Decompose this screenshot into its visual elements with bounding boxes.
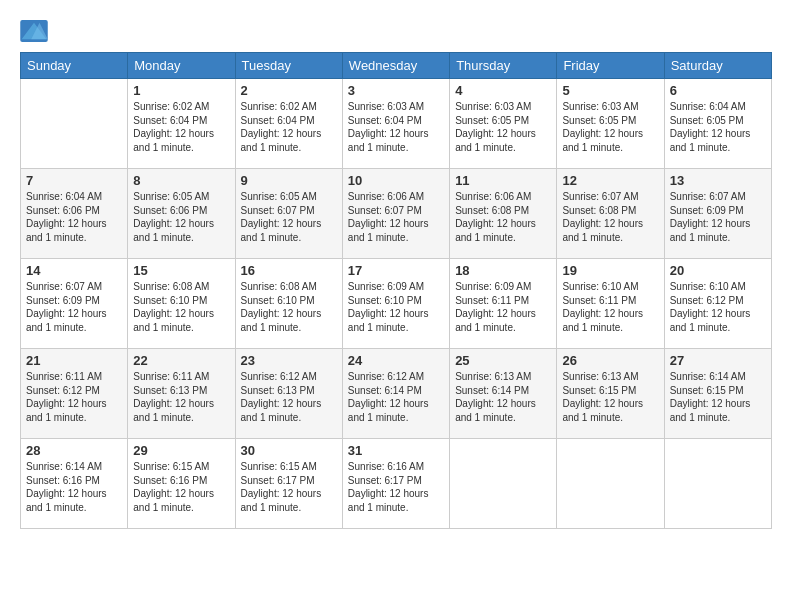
sunset-text: Sunset: 6:04 PM: [241, 115, 315, 126]
sunset-text: Sunset: 6:05 PM: [455, 115, 529, 126]
daylight-text: Daylight: 12 hours and 1 minute.: [133, 128, 214, 153]
daylight-text: Daylight: 12 hours and 1 minute.: [26, 398, 107, 423]
sunrise-text: Sunrise: 6:03 AM: [348, 101, 424, 112]
day-number: 24: [348, 353, 444, 368]
sunset-text: Sunset: 6:16 PM: [26, 475, 100, 486]
daylight-text: Daylight: 12 hours and 1 minute.: [133, 218, 214, 243]
day-number: 16: [241, 263, 337, 278]
day-number: 29: [133, 443, 229, 458]
daylight-text: Daylight: 12 hours and 1 minute.: [133, 308, 214, 333]
sunset-text: Sunset: 6:04 PM: [348, 115, 422, 126]
day-number: 6: [670, 83, 766, 98]
sunrise-text: Sunrise: 6:08 AM: [241, 281, 317, 292]
calendar-cell: 16Sunrise: 6:08 AMSunset: 6:10 PMDayligh…: [235, 259, 342, 349]
sunrise-text: Sunrise: 6:10 AM: [562, 281, 638, 292]
sunset-text: Sunset: 6:07 PM: [348, 205, 422, 216]
header-sunday: Sunday: [21, 53, 128, 79]
daylight-text: Daylight: 12 hours and 1 minute.: [562, 218, 643, 243]
calendar-week-5: 28Sunrise: 6:14 AMSunset: 6:16 PMDayligh…: [21, 439, 772, 529]
sunset-text: Sunset: 6:13 PM: [133, 385, 207, 396]
cell-info: Sunrise: 6:12 AMSunset: 6:14 PMDaylight:…: [348, 370, 444, 424]
sunrise-text: Sunrise: 6:07 AM: [562, 191, 638, 202]
calendar-cell: 24Sunrise: 6:12 AMSunset: 6:14 PMDayligh…: [342, 349, 449, 439]
sunrise-text: Sunrise: 6:06 AM: [455, 191, 531, 202]
sunrise-text: Sunrise: 6:12 AM: [348, 371, 424, 382]
daylight-text: Daylight: 12 hours and 1 minute.: [455, 398, 536, 423]
daylight-text: Daylight: 12 hours and 1 minute.: [670, 398, 751, 423]
cell-info: Sunrise: 6:13 AMSunset: 6:15 PMDaylight:…: [562, 370, 658, 424]
cell-info: Sunrise: 6:15 AMSunset: 6:17 PMDaylight:…: [241, 460, 337, 514]
sunset-text: Sunset: 6:06 PM: [26, 205, 100, 216]
day-number: 26: [562, 353, 658, 368]
calendar-cell: [557, 439, 664, 529]
day-number: 10: [348, 173, 444, 188]
sunset-text: Sunset: 6:11 PM: [455, 295, 529, 306]
daylight-text: Daylight: 12 hours and 1 minute.: [133, 398, 214, 423]
calendar-cell: 27Sunrise: 6:14 AMSunset: 6:15 PMDayligh…: [664, 349, 771, 439]
sunrise-text: Sunrise: 6:12 AM: [241, 371, 317, 382]
cell-info: Sunrise: 6:02 AMSunset: 6:04 PMDaylight:…: [133, 100, 229, 154]
daylight-text: Daylight: 12 hours and 1 minute.: [455, 218, 536, 243]
daylight-text: Daylight: 12 hours and 1 minute.: [562, 128, 643, 153]
daylight-text: Daylight: 12 hours and 1 minute.: [455, 308, 536, 333]
sunrise-text: Sunrise: 6:05 AM: [241, 191, 317, 202]
sunrise-text: Sunrise: 6:05 AM: [133, 191, 209, 202]
sunrise-text: Sunrise: 6:04 AM: [670, 101, 746, 112]
cell-info: Sunrise: 6:11 AMSunset: 6:12 PMDaylight:…: [26, 370, 122, 424]
sunset-text: Sunset: 6:16 PM: [133, 475, 207, 486]
day-number: 5: [562, 83, 658, 98]
calendar-cell: 17Sunrise: 6:09 AMSunset: 6:10 PMDayligh…: [342, 259, 449, 349]
sunrise-text: Sunrise: 6:13 AM: [562, 371, 638, 382]
daylight-text: Daylight: 12 hours and 1 minute.: [348, 398, 429, 423]
cell-info: Sunrise: 6:15 AMSunset: 6:16 PMDaylight:…: [133, 460, 229, 514]
sunrise-text: Sunrise: 6:03 AM: [562, 101, 638, 112]
daylight-text: Daylight: 12 hours and 1 minute.: [348, 128, 429, 153]
day-number: 22: [133, 353, 229, 368]
sunrise-text: Sunrise: 6:16 AM: [348, 461, 424, 472]
sunrise-text: Sunrise: 6:06 AM: [348, 191, 424, 202]
sunrise-text: Sunrise: 6:02 AM: [133, 101, 209, 112]
calendar-cell: 9Sunrise: 6:05 AMSunset: 6:07 PMDaylight…: [235, 169, 342, 259]
sunrise-text: Sunrise: 6:10 AM: [670, 281, 746, 292]
cell-info: Sunrise: 6:07 AMSunset: 6:09 PMDaylight:…: [670, 190, 766, 244]
sunrise-text: Sunrise: 6:11 AM: [133, 371, 209, 382]
calendar-cell: 28Sunrise: 6:14 AMSunset: 6:16 PMDayligh…: [21, 439, 128, 529]
sunset-text: Sunset: 6:09 PM: [26, 295, 100, 306]
calendar-cell: 13Sunrise: 6:07 AMSunset: 6:09 PMDayligh…: [664, 169, 771, 259]
calendar-week-3: 14Sunrise: 6:07 AMSunset: 6:09 PMDayligh…: [21, 259, 772, 349]
sunset-text: Sunset: 6:10 PM: [241, 295, 315, 306]
sunrise-text: Sunrise: 6:08 AM: [133, 281, 209, 292]
calendar-cell: 23Sunrise: 6:12 AMSunset: 6:13 PMDayligh…: [235, 349, 342, 439]
calendar-cell: 4Sunrise: 6:03 AMSunset: 6:05 PMDaylight…: [450, 79, 557, 169]
cell-info: Sunrise: 6:11 AMSunset: 6:13 PMDaylight:…: [133, 370, 229, 424]
page-header: [20, 20, 772, 42]
sunset-text: Sunset: 6:05 PM: [670, 115, 744, 126]
daylight-text: Daylight: 12 hours and 1 minute.: [241, 398, 322, 423]
cell-info: Sunrise: 6:03 AMSunset: 6:04 PMDaylight:…: [348, 100, 444, 154]
daylight-text: Daylight: 12 hours and 1 minute.: [670, 308, 751, 333]
calendar-cell: 12Sunrise: 6:07 AMSunset: 6:08 PMDayligh…: [557, 169, 664, 259]
calendar-cell: [21, 79, 128, 169]
sunset-text: Sunset: 6:07 PM: [241, 205, 315, 216]
daylight-text: Daylight: 12 hours and 1 minute.: [241, 308, 322, 333]
daylight-text: Daylight: 12 hours and 1 minute.: [562, 308, 643, 333]
sunrise-text: Sunrise: 6:09 AM: [455, 281, 531, 292]
cell-info: Sunrise: 6:03 AMSunset: 6:05 PMDaylight:…: [562, 100, 658, 154]
cell-info: Sunrise: 6:06 AMSunset: 6:08 PMDaylight:…: [455, 190, 551, 244]
calendar-cell: 26Sunrise: 6:13 AMSunset: 6:15 PMDayligh…: [557, 349, 664, 439]
cell-info: Sunrise: 6:08 AMSunset: 6:10 PMDaylight:…: [241, 280, 337, 334]
header-monday: Monday: [128, 53, 235, 79]
day-number: 31: [348, 443, 444, 458]
calendar-cell: [450, 439, 557, 529]
day-number: 2: [241, 83, 337, 98]
day-number: 9: [241, 173, 337, 188]
calendar-cell: 18Sunrise: 6:09 AMSunset: 6:11 PMDayligh…: [450, 259, 557, 349]
calendar-cell: 31Sunrise: 6:16 AMSunset: 6:17 PMDayligh…: [342, 439, 449, 529]
sunrise-text: Sunrise: 6:11 AM: [26, 371, 102, 382]
sunset-text: Sunset: 6:17 PM: [241, 475, 315, 486]
calendar-cell: 21Sunrise: 6:11 AMSunset: 6:12 PMDayligh…: [21, 349, 128, 439]
sunrise-text: Sunrise: 6:03 AM: [455, 101, 531, 112]
day-number: 11: [455, 173, 551, 188]
daylight-text: Daylight: 12 hours and 1 minute.: [133, 488, 214, 513]
calendar-week-4: 21Sunrise: 6:11 AMSunset: 6:12 PMDayligh…: [21, 349, 772, 439]
